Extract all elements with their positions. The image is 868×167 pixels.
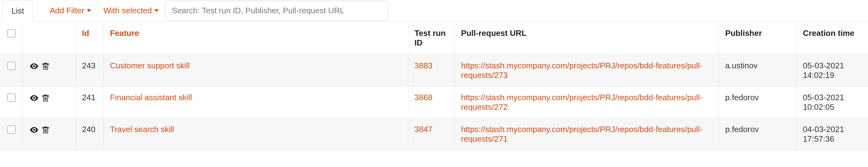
cell-id: 241 — [75, 87, 103, 119]
row-select-checkbox[interactable] — [7, 94, 16, 102]
add-filter-dropdown[interactable]: Add Filter — [43, 0, 97, 21]
table-row: 240Travel search skill3847https://stash.… — [0, 119, 868, 150]
add-filter-label: Add Filter — [50, 6, 84, 15]
cell-publisher: p.fedorov — [719, 119, 797, 150]
row-select-cell — [0, 55, 23, 87]
cell-id: 243 — [75, 55, 103, 87]
cell-creation-time: 05-03-2021 14:02:19 — [796, 55, 868, 87]
filter-box: Add Filter With selected — [43, 0, 388, 21]
header-creation-time[interactable]: Creation time — [796, 22, 868, 55]
delete-icon[interactable] — [41, 61, 50, 71]
tab-list[interactable]: List — [2, 0, 33, 22]
cell-publisher: a.ustinov — [719, 55, 797, 87]
test-run-link[interactable]: 3868 — [414, 93, 432, 102]
cell-feature: Customer support skill — [103, 55, 408, 87]
feature-link[interactable]: Financial assistant skill — [110, 93, 192, 102]
with-selected-label: With selected — [103, 6, 152, 15]
cell-test-run-id: 3883 — [408, 55, 455, 87]
cell-test-run-id: 3868 — [408, 87, 455, 119]
cell-publisher: p.fedorov — [719, 87, 797, 119]
row-select-checkbox[interactable] — [7, 126, 16, 134]
cell-feature: Travel search skill — [103, 119, 408, 150]
cell-creation-time: 04-03-2021 17:57:36 — [796, 119, 868, 150]
cell-pr-url: https://stash.mycompany.com/projects/PRJ… — [455, 55, 719, 87]
view-icon[interactable] — [29, 125, 39, 135]
table-header-row: Id Feature Test run ID Pull-request URL … — [0, 22, 868, 55]
test-run-link[interactable]: 3883 — [414, 61, 432, 70]
cell-pr-url: https://stash.mycompany.com/projects/PRJ… — [455, 119, 719, 150]
header-publisher[interactable]: Publisher — [719, 22, 797, 55]
data-table: Id Feature Test run ID Pull-request URL … — [0, 22, 868, 150]
row-actions — [23, 119, 75, 150]
row-select-cell — [0, 119, 23, 150]
caret-down-icon — [154, 9, 159, 12]
cell-creation-time: 05-03-2021 10:02:05 — [796, 87, 868, 119]
pr-url-link[interactable]: https://stash.mycompany.com/projects/PRJ… — [461, 125, 702, 143]
select-all-checkbox[interactable] — [7, 29, 16, 37]
cell-id: 240 — [75, 119, 103, 150]
toolbar: List Add Filter With selected — [0, 0, 868, 22]
row-select-cell — [0, 87, 23, 119]
header-id[interactable]: Id — [75, 22, 103, 55]
cell-feature: Financial assistant skill — [103, 87, 408, 119]
cell-pr-url: https://stash.mycompany.com/projects/PRJ… — [455, 87, 719, 119]
delete-icon[interactable] — [41, 93, 50, 103]
delete-icon[interactable] — [41, 125, 50, 134]
header-feature[interactable]: Feature — [103, 22, 408, 55]
row-actions — [23, 87, 75, 119]
caret-down-icon — [87, 9, 91, 12]
pr-url-link[interactable]: https://stash.mycompany.com/projects/PRJ… — [461, 61, 702, 80]
row-actions — [23, 55, 75, 87]
view-icon[interactable] — [29, 93, 39, 103]
header-actions — [23, 22, 75, 55]
table-row: 243Customer support skill3883https://sta… — [0, 55, 868, 87]
with-selected-dropdown[interactable]: With selected — [97, 0, 165, 21]
header-pr-url[interactable]: Pull-request URL — [455, 22, 719, 55]
test-run-link[interactable]: 3847 — [414, 125, 432, 134]
row-select-checkbox[interactable] — [7, 62, 16, 70]
pr-url-link[interactable]: https://stash.mycompany.com/projects/PRJ… — [461, 93, 702, 112]
header-select-all — [0, 22, 23, 55]
view-icon[interactable] — [29, 61, 39, 71]
table-row: 241Financial assistant skill3868https://… — [0, 87, 868, 119]
feature-link[interactable]: Customer support skill — [110, 61, 190, 70]
search-input[interactable] — [165, 1, 388, 21]
header-test-run-id[interactable]: Test run ID — [408, 22, 455, 55]
cell-test-run-id: 3847 — [408, 119, 455, 150]
feature-link[interactable]: Travel search skill — [110, 125, 174, 134]
